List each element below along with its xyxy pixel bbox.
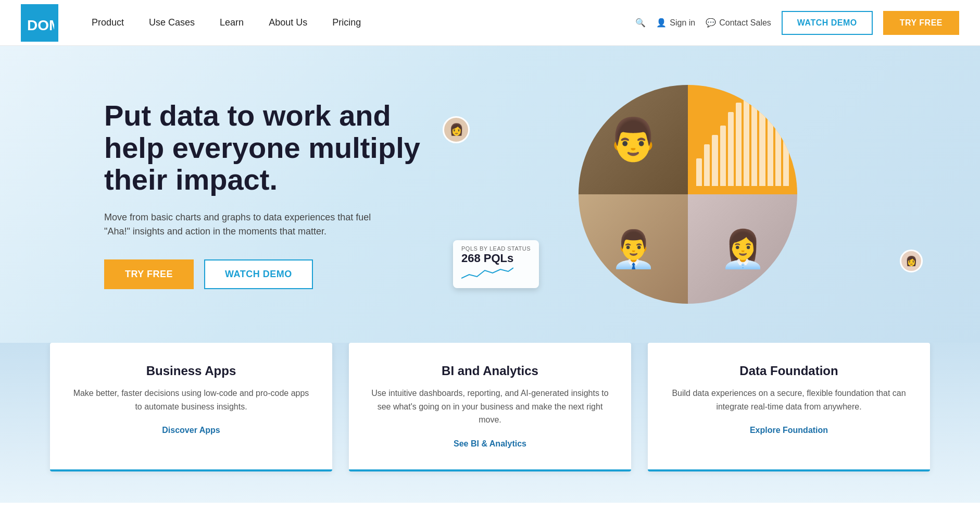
stats-overlay: PQLS BY LEAD STATUS 268 PQLs bbox=[453, 240, 539, 288]
avatar-floating: 👩 bbox=[443, 116, 470, 143]
explore-foundation-link[interactable]: Explore Foundation bbox=[750, 426, 828, 434]
card-data-foundation: Data Foundation Build data experiences o… bbox=[648, 343, 930, 471]
chart-bar bbox=[704, 144, 710, 186]
quadrant-person1: 👨 bbox=[579, 85, 688, 194]
mini-chart bbox=[461, 265, 513, 281]
hero-content: Put data to work and help everyone multi… bbox=[104, 100, 458, 289]
mini-avatar: 👩 bbox=[900, 250, 923, 272]
chart-bar bbox=[736, 103, 742, 186]
card-business-apps: Business Apps Make better, faster decisi… bbox=[50, 343, 332, 471]
sign-in-button[interactable]: 👤 Sign in bbox=[656, 18, 695, 28]
contact-sales-button[interactable]: 💬 Contact Sales bbox=[706, 18, 771, 28]
card-bi-analytics-title: BI and Analytics bbox=[368, 364, 612, 378]
chat-icon: 💬 bbox=[706, 18, 716, 28]
chart-bar bbox=[712, 135, 718, 186]
sign-in-label: Sign in bbox=[670, 18, 695, 28]
nav-right: 🔍 👤 Sign in 💬 Contact Sales WATCH DEMO T… bbox=[635, 11, 959, 35]
nav-links: Product Use Cases Learn About Us Pricing bbox=[79, 0, 635, 46]
discover-apps-link[interactable]: Discover Apps bbox=[162, 426, 220, 434]
nav-about-us[interactable]: About Us bbox=[256, 0, 320, 46]
chart-bar bbox=[783, 101, 789, 186]
chart-bar bbox=[751, 98, 757, 186]
hero-subtitle: Move from basic charts and graphs to dat… bbox=[104, 210, 385, 239]
see-bi-analytics-link[interactable]: See BI & Analytics bbox=[454, 439, 526, 448]
contact-sales-label: Contact Sales bbox=[719, 18, 771, 28]
card-business-apps-title: Business Apps bbox=[69, 364, 313, 378]
chart-bar bbox=[696, 158, 702, 186]
card-data-foundation-desc: Build data experiences on a secure, flex… bbox=[667, 387, 911, 413]
hero-circle: 👨 👨‍💼 👩‍💼 bbox=[579, 85, 797, 304]
stats-value: 268 PQLs bbox=[461, 252, 531, 265]
try-free-hero-button[interactable]: TRY FREE bbox=[104, 259, 194, 289]
chart-bar bbox=[728, 112, 734, 186]
person-icon: 👤 bbox=[656, 18, 667, 28]
search-button[interactable]: 🔍 bbox=[635, 18, 646, 28]
quadrant-person2: 👨‍💼 bbox=[579, 194, 688, 304]
stats-label: PQLS BY LEAD STATUS bbox=[461, 245, 531, 252]
hero-section: Put data to work and help everyone multi… bbox=[0, 46, 980, 343]
watch-demo-hero-button[interactable]: WATCH DEMO bbox=[204, 259, 313, 289]
hero-visual: 👩 👨 👨‍💼 👩‍💼 PQLS BY LEAD STATUS bbox=[458, 85, 918, 304]
chart-bar bbox=[720, 126, 726, 186]
nav-pricing[interactable]: Pricing bbox=[320, 0, 373, 46]
try-free-nav-button[interactable]: TRY FREE bbox=[883, 11, 959, 35]
nav-product[interactable]: Product bbox=[79, 0, 136, 46]
search-icon: 🔍 bbox=[635, 18, 646, 28]
hero-buttons: TRY FREE WATCH DEMO bbox=[104, 259, 458, 289]
chart-bar bbox=[744, 93, 749, 186]
cards-section: Business Apps Make better, faster decisi… bbox=[0, 332, 980, 503]
nav-use-cases[interactable]: Use Cases bbox=[136, 0, 207, 46]
chart-bar bbox=[768, 117, 773, 187]
nav-learn[interactable]: Learn bbox=[207, 0, 256, 46]
card-data-foundation-title: Data Foundation bbox=[667, 364, 911, 378]
navbar: DOMO Product Use Cases Learn About Us Pr… bbox=[0, 0, 980, 46]
bar-chart bbox=[688, 85, 797, 194]
quadrant-chart bbox=[688, 85, 797, 194]
quadrant-person3: 👩‍💼 bbox=[688, 194, 797, 304]
card-bi-analytics-desc: Use intuitive dashboards, reporting, and… bbox=[368, 387, 612, 427]
card-business-apps-desc: Make better, faster decisions using low-… bbox=[69, 387, 313, 413]
watch-demo-nav-button[interactable]: WATCH DEMO bbox=[782, 11, 873, 35]
chart-bar bbox=[759, 107, 765, 186]
card-bi-analytics: BI and Analytics Use intuitive dashboard… bbox=[349, 343, 631, 471]
logo[interactable]: DOMO bbox=[21, 4, 58, 42]
hero-title: Put data to work and help everyone multi… bbox=[104, 100, 458, 196]
svg-text:DOMO: DOMO bbox=[27, 17, 54, 33]
chart-bar bbox=[775, 104, 781, 186]
